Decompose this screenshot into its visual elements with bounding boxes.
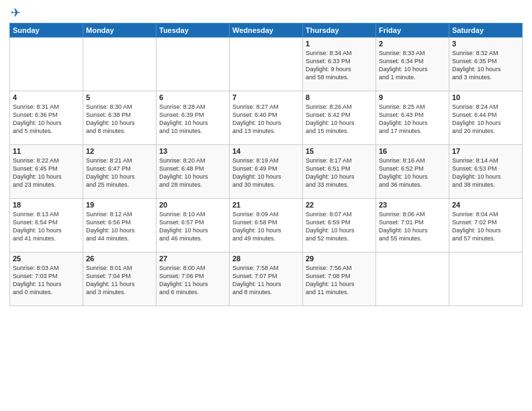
calendar-cell: 21Sunrise: 8:09 AM Sunset: 6:58 PM Dayli… bbox=[230, 198, 303, 252]
calendar-cell bbox=[10, 37, 83, 91]
calendar-cell: 7Sunrise: 8:27 AM Sunset: 6:40 PM Daylig… bbox=[230, 91, 303, 144]
calendar-cell: 25Sunrise: 8:03 AM Sunset: 7:03 PM Dayli… bbox=[10, 252, 83, 306]
day-header-monday: Monday bbox=[83, 23, 157, 37]
week-row-4: 18Sunrise: 8:13 AM Sunset: 6:54 PM Dayli… bbox=[10, 198, 523, 252]
calendar-cell: 26Sunrise: 8:01 AM Sunset: 7:04 PM Dayli… bbox=[83, 252, 157, 306]
calendar-cell: 29Sunrise: 7:56 AM Sunset: 7:08 PM Dayli… bbox=[303, 252, 376, 306]
calendar-cell: 8Sunrise: 8:26 AM Sunset: 6:42 PM Daylig… bbox=[303, 91, 376, 144]
day-number: 17 bbox=[452, 147, 519, 155]
calendar-cell: 3Sunrise: 8:32 AM Sunset: 6:35 PM Daylig… bbox=[449, 37, 523, 91]
day-number: 8 bbox=[306, 93, 373, 101]
day-info: Sunrise: 8:30 AM Sunset: 6:38 PM Dayligh… bbox=[86, 103, 153, 136]
day-info: Sunrise: 8:27 AM Sunset: 6:40 PM Dayligh… bbox=[232, 103, 300, 136]
day-number: 14 bbox=[232, 147, 300, 155]
day-info: Sunrise: 8:31 AM Sunset: 6:36 PM Dayligh… bbox=[13, 103, 80, 136]
day-info: Sunrise: 8:25 AM Sunset: 6:43 PM Dayligh… bbox=[379, 103, 446, 136]
calendar-cell: 4Sunrise: 8:31 AM Sunset: 6:36 PM Daylig… bbox=[10, 91, 83, 144]
day-header-friday: Friday bbox=[376, 23, 449, 37]
day-info: Sunrise: 8:01 AM Sunset: 7:04 PM Dayligh… bbox=[86, 264, 153, 297]
calendar-cell bbox=[230, 37, 303, 91]
day-header-saturday: Saturday bbox=[449, 23, 523, 37]
day-header-row: SundayMondayTuesdayWednesdayThursdayFrid… bbox=[10, 23, 523, 37]
calendar-cell: 20Sunrise: 8:10 AM Sunset: 6:57 PM Dayli… bbox=[157, 198, 230, 252]
day-info: Sunrise: 8:03 AM Sunset: 7:03 PM Dayligh… bbox=[13, 264, 80, 297]
day-number: 6 bbox=[159, 93, 226, 101]
calendar-cell bbox=[83, 37, 157, 91]
day-number: 1 bbox=[306, 40, 373, 48]
header-row: ✈ bbox=[9, 7, 523, 19]
calendar-cell: 6Sunrise: 8:28 AM Sunset: 6:39 PM Daylig… bbox=[157, 91, 230, 144]
day-number: 18 bbox=[13, 201, 80, 209]
week-row-2: 4Sunrise: 8:31 AM Sunset: 6:36 PM Daylig… bbox=[10, 91, 523, 144]
calendar-cell: 19Sunrise: 8:12 AM Sunset: 6:56 PM Dayli… bbox=[83, 198, 157, 252]
day-number: 22 bbox=[306, 201, 373, 209]
day-info: Sunrise: 8:09 AM Sunset: 6:58 PM Dayligh… bbox=[232, 210, 300, 243]
day-info: Sunrise: 8:12 AM Sunset: 6:56 PM Dayligh… bbox=[86, 210, 153, 243]
calendar-cell: 27Sunrise: 8:00 AM Sunset: 7:06 PM Dayli… bbox=[157, 252, 230, 306]
day-info: Sunrise: 7:56 AM Sunset: 7:08 PM Dayligh… bbox=[306, 264, 373, 297]
calendar-cell: 5Sunrise: 8:30 AM Sunset: 6:38 PM Daylig… bbox=[83, 91, 157, 144]
day-number: 19 bbox=[86, 201, 153, 209]
day-info: Sunrise: 8:34 AM Sunset: 6:33 PM Dayligh… bbox=[306, 49, 373, 82]
day-header-sunday: Sunday bbox=[10, 23, 83, 37]
day-info: Sunrise: 8:04 AM Sunset: 7:02 PM Dayligh… bbox=[452, 210, 519, 243]
day-info: Sunrise: 8:00 AM Sunset: 7:06 PM Dayligh… bbox=[159, 264, 226, 297]
calendar-cell: 28Sunrise: 7:58 AM Sunset: 7:07 PM Dayli… bbox=[230, 252, 303, 306]
logo: ✈ bbox=[9, 7, 21, 19]
day-number: 23 bbox=[379, 201, 446, 209]
calendar-cell: 10Sunrise: 8:24 AM Sunset: 6:44 PM Dayli… bbox=[449, 91, 523, 144]
calendar-cell: 11Sunrise: 8:22 AM Sunset: 6:45 PM Dayli… bbox=[10, 144, 83, 198]
calendar-cell: 24Sunrise: 8:04 AM Sunset: 7:02 PM Dayli… bbox=[449, 198, 523, 252]
day-info: Sunrise: 8:13 AM Sunset: 6:54 PM Dayligh… bbox=[13, 210, 80, 243]
day-info: Sunrise: 7:58 AM Sunset: 7:07 PM Dayligh… bbox=[232, 264, 300, 297]
calendar-cell bbox=[157, 37, 230, 91]
day-number: 24 bbox=[452, 201, 519, 209]
calendar-cell bbox=[449, 252, 523, 306]
day-number: 12 bbox=[86, 147, 153, 155]
logo-bird-icon: ✈ bbox=[11, 7, 21, 20]
day-info: Sunrise: 8:20 AM Sunset: 6:48 PM Dayligh… bbox=[159, 156, 226, 189]
main-container: ✈ SundayMondayTuesdayWednesdayThursdayFr… bbox=[0, 0, 532, 312]
week-row-5: 25Sunrise: 8:03 AM Sunset: 7:03 PM Dayli… bbox=[10, 252, 523, 306]
day-info: Sunrise: 8:33 AM Sunset: 6:34 PM Dayligh… bbox=[379, 49, 446, 82]
day-number: 9 bbox=[379, 93, 446, 101]
day-info: Sunrise: 8:17 AM Sunset: 6:51 PM Dayligh… bbox=[306, 156, 373, 189]
day-header-wednesday: Wednesday bbox=[230, 23, 303, 37]
day-number: 10 bbox=[452, 93, 519, 101]
day-number: 28 bbox=[232, 255, 300, 263]
calendar-cell: 12Sunrise: 8:21 AM Sunset: 6:47 PM Dayli… bbox=[83, 144, 157, 198]
calendar-cell: 13Sunrise: 8:20 AM Sunset: 6:48 PM Dayli… bbox=[157, 144, 230, 198]
week-row-3: 11Sunrise: 8:22 AM Sunset: 6:45 PM Dayli… bbox=[10, 144, 523, 198]
day-info: Sunrise: 8:24 AM Sunset: 6:44 PM Dayligh… bbox=[452, 103, 519, 136]
day-number: 29 bbox=[306, 255, 373, 263]
calendar-cell: 17Sunrise: 8:14 AM Sunset: 6:53 PM Dayli… bbox=[449, 144, 523, 198]
day-number: 7 bbox=[232, 93, 300, 101]
day-number: 11 bbox=[13, 147, 80, 155]
calendar-table: SundayMondayTuesdayWednesdayThursdayFrid… bbox=[9, 23, 523, 306]
calendar-cell: 22Sunrise: 8:07 AM Sunset: 6:59 PM Dayli… bbox=[303, 198, 376, 252]
calendar-cell: 1Sunrise: 8:34 AM Sunset: 6:33 PM Daylig… bbox=[303, 37, 376, 91]
day-number: 5 bbox=[86, 93, 153, 101]
calendar-cell: 16Sunrise: 8:16 AM Sunset: 6:52 PM Dayli… bbox=[376, 144, 449, 198]
day-info: Sunrise: 8:10 AM Sunset: 6:57 PM Dayligh… bbox=[159, 210, 226, 243]
day-info: Sunrise: 8:22 AM Sunset: 6:45 PM Dayligh… bbox=[13, 156, 80, 189]
calendar-cell: 18Sunrise: 8:13 AM Sunset: 6:54 PM Dayli… bbox=[10, 198, 83, 252]
day-info: Sunrise: 8:26 AM Sunset: 6:42 PM Dayligh… bbox=[306, 103, 373, 136]
day-number: 25 bbox=[13, 255, 80, 263]
day-number: 26 bbox=[86, 255, 153, 263]
day-number: 15 bbox=[306, 147, 373, 155]
calendar-cell bbox=[376, 252, 449, 306]
day-info: Sunrise: 8:16 AM Sunset: 6:52 PM Dayligh… bbox=[379, 156, 446, 189]
day-number: 3 bbox=[452, 40, 519, 48]
day-number: 20 bbox=[159, 201, 226, 209]
calendar-cell: 9Sunrise: 8:25 AM Sunset: 6:43 PM Daylig… bbox=[376, 91, 449, 144]
day-info: Sunrise: 8:14 AM Sunset: 6:53 PM Dayligh… bbox=[452, 156, 519, 189]
day-info: Sunrise: 8:06 AM Sunset: 7:01 PM Dayligh… bbox=[379, 210, 446, 243]
calendar-cell: 2Sunrise: 8:33 AM Sunset: 6:34 PM Daylig… bbox=[376, 37, 449, 91]
day-info: Sunrise: 8:19 AM Sunset: 6:49 PM Dayligh… bbox=[232, 156, 300, 189]
day-info: Sunrise: 8:32 AM Sunset: 6:35 PM Dayligh… bbox=[452, 49, 519, 82]
calendar-cell: 15Sunrise: 8:17 AM Sunset: 6:51 PM Dayli… bbox=[303, 144, 376, 198]
week-row-1: 1Sunrise: 8:34 AM Sunset: 6:33 PM Daylig… bbox=[10, 37, 523, 91]
calendar-cell: 23Sunrise: 8:06 AM Sunset: 7:01 PM Dayli… bbox=[376, 198, 449, 252]
day-number: 16 bbox=[379, 147, 446, 155]
